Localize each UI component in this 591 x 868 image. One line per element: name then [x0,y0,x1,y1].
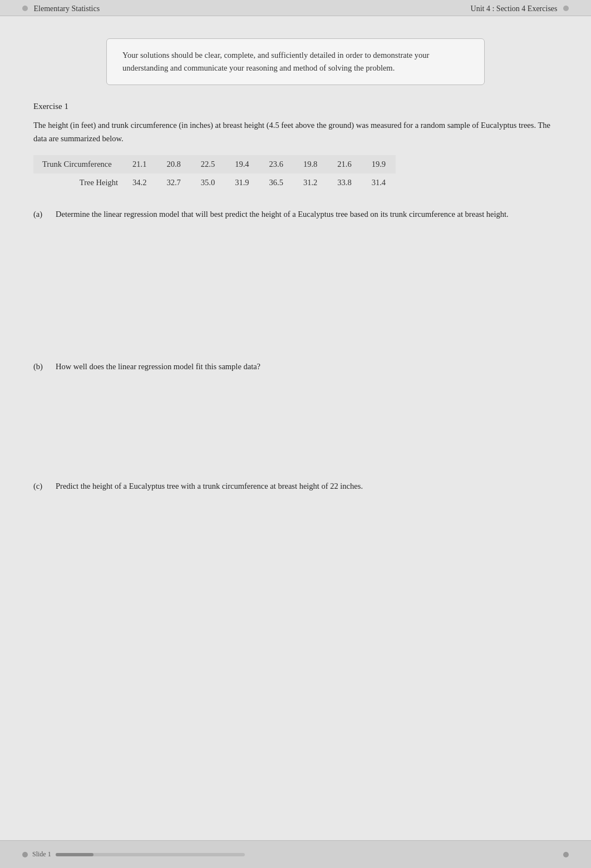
row2-val8: 31.4 [362,173,396,192]
row2-val2: 32.7 [156,173,190,192]
question-part-a: (a) Determine the linear regression mode… [33,207,558,333]
row1-val1: 21.1 [122,155,156,173]
progress-bar-container [56,853,245,856]
answer-space-a [33,221,558,332]
slide-label: Slide 1 [32,850,51,859]
page: Elementary Statistics Unit 4 : Section 4… [0,0,591,868]
table-row-1: Trunk Circumference 21.1 20.8 22.5 19.4 … [33,155,396,173]
data-table: Trunk Circumference 21.1 20.8 22.5 19.4 … [33,155,396,192]
part-a-text: Determine the linear regression model th… [56,207,509,221]
row1-label: Trunk Circumference [33,155,122,173]
row2-val5: 36.5 [259,173,293,192]
row2-val3: 35.0 [191,173,225,192]
row1-val5: 23.6 [259,155,293,173]
top-bar-dot-right [563,6,569,11]
part-c-label: (c) [33,479,56,493]
bottom-dot-left [22,852,28,857]
header-title: Elementary Statistics [34,4,100,13]
part-c-text: Predict the height of a Eucalyptus tree … [56,479,363,493]
row2-val7: 33.8 [327,173,361,192]
row1-val4: 19.4 [225,155,259,173]
table-row-2: Tree Height 34.2 32.7 35.0 31.9 36.5 31.… [33,173,396,192]
row1-val8: 19.9 [362,155,396,173]
header-right: Unit 4 : Section 4 Exercises [471,4,569,13]
row2-val4: 31.9 [225,173,259,192]
row1-val2: 20.8 [156,155,190,173]
row1-val3: 22.5 [191,155,225,173]
question-part-b: (b) How well does the linear regression … [33,360,558,452]
answer-space-c [33,493,558,604]
exercise-heading: Exercise 1 [33,102,558,111]
top-bar: Elementary Statistics Unit 4 : Section 4… [0,0,591,16]
header-unit: Unit 4 : Section 4 Exercises [471,4,558,13]
question-part-c: (c) Predict the height of a Eucalyptus t… [33,479,558,604]
bottom-left: Slide 1 [22,850,245,859]
notice-box: Your solutions should be clear, complete… [106,38,485,85]
row1-val6: 19.8 [293,155,327,173]
top-bar-dot-left [22,6,28,11]
header-left: Elementary Statistics [22,4,100,13]
progress-bar-fill [56,853,93,856]
bottom-right [563,852,569,857]
row2-val1: 34.2 [122,173,156,192]
part-b-label: (b) [33,360,56,374]
row2-label: Tree Height [33,173,122,192]
bottom-dot-right [563,852,569,857]
exercise-description: The height (in feet) and trunk circumfer… [33,119,558,145]
notice-text: Your solutions should be clear, complete… [122,51,429,72]
part-b-text: How well does the linear regression mode… [56,360,260,374]
row1-val7: 21.6 [327,155,361,173]
bottom-bar: Slide 1 [0,840,591,868]
answer-space-b [33,374,558,452]
part-a-label: (a) [33,207,56,221]
content-area: Your solutions should be clear, complete… [0,16,591,840]
row2-val6: 31.2 [293,173,327,192]
